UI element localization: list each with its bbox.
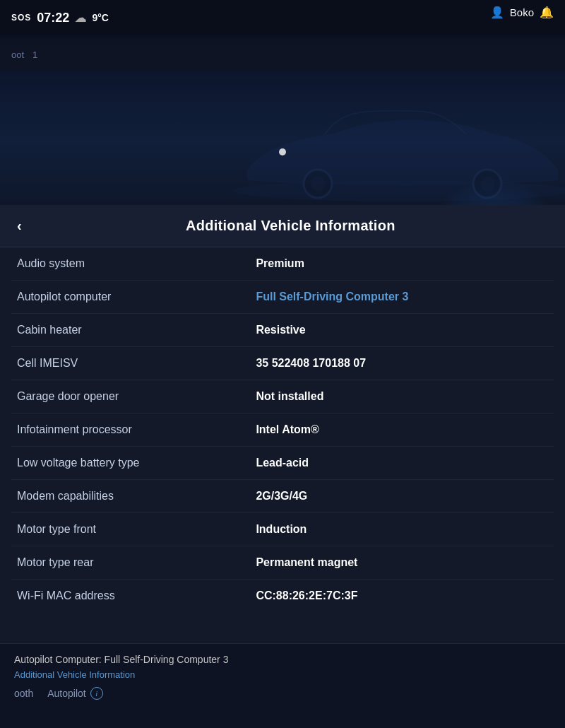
panel-header: ‹ Additional Vehicle Information xyxy=(0,205,565,247)
table-row: Wi-Fi MAC address CC:88:26:2E:7C:3F xyxy=(11,580,554,612)
time-display: 07:22 xyxy=(37,11,69,25)
row-label-cell: Cell IMEISV xyxy=(17,357,256,370)
table-row: Autopilot computer Full Self-Driving Com… xyxy=(11,281,554,314)
row-label-wifi: Wi-Fi MAC address xyxy=(17,589,256,602)
table-row: Infotainment processor Intel Atom® xyxy=(11,413,554,447)
nav-item-1: oot xyxy=(11,49,24,60)
table-row: Motor type rear Permanent magnet xyxy=(11,546,554,580)
info-table: Audio system Premium Autopilot computer … xyxy=(0,247,565,612)
panel-title: Additional Vehicle Information xyxy=(33,218,548,234)
table-row: Garage door opener Not installed xyxy=(11,380,554,413)
bottom-nav-item-1[interactable]: ooth xyxy=(14,688,33,699)
bottom-bar: Autopilot Computer: Full Self-Driving Co… xyxy=(0,643,565,728)
bottom-nav: ooth Autopilot i xyxy=(0,681,565,705)
status-left: SOS 07:22 ☁ 9°C xyxy=(11,11,109,25)
user-name: Boko xyxy=(510,6,534,18)
temperature-display: 9°C xyxy=(92,12,109,23)
row-label-motor-front: Motor type front xyxy=(17,523,256,536)
row-label-modem: Modem capabilities xyxy=(17,490,256,503)
table-row: Low voltage battery type Lead-acid xyxy=(11,447,554,480)
row-value-audio: Premium xyxy=(256,257,548,270)
status-bar: SOS 07:22 ☁ 9°C 👤 Boko 🔔 xyxy=(0,0,565,35)
row-value-autopilot: Full Self-Driving Computer 3 xyxy=(256,290,548,303)
row-value-garage: Not installed xyxy=(256,390,548,403)
user-icon: 👤 xyxy=(490,6,504,19)
row-label-autopilot: Autopilot computer xyxy=(17,290,256,303)
row-value-motor-rear: Permanent magnet xyxy=(256,556,548,569)
table-row: Motor type front Induction xyxy=(11,513,554,546)
row-label-garage: Garage door opener xyxy=(17,390,256,403)
info-icon: i xyxy=(90,687,103,700)
row-label-audio: Audio system xyxy=(17,257,256,270)
status-right: 👤 Boko 🔔 xyxy=(490,6,554,19)
svg-point-3 xyxy=(311,177,325,191)
bottom-nav-item-2[interactable]: Autopilot i xyxy=(47,687,102,700)
row-value-motor-front: Induction xyxy=(256,523,548,536)
row-label-infotainment: Infotainment processor xyxy=(17,423,256,436)
table-row: Cell IMEISV 35 522408 170188 07 xyxy=(11,347,554,380)
row-value-cell: 35 522408 170188 07 xyxy=(256,357,548,370)
row-value-wifi: CC:88:26:2E:7C:3F xyxy=(256,589,548,602)
car-silhouette xyxy=(226,99,565,212)
cloud-icon: ☁ xyxy=(75,11,86,25)
row-value-cabin: Resistive xyxy=(256,324,548,336)
dot-indicator xyxy=(279,148,286,155)
row-value-modem: 2G/3G/4G xyxy=(256,490,548,503)
table-row: Cabin heater Resistive xyxy=(11,314,554,347)
row-value-battery: Lead-acid xyxy=(256,457,548,469)
row-value-infotainment: Intel Atom® xyxy=(256,423,548,436)
bell-icon: 🔔 xyxy=(540,6,554,19)
bottom-link[interactable]: Additional Vehicle Information xyxy=(0,668,565,681)
bottom-info-text: Autopilot Computer: Full Self-Driving Co… xyxy=(0,644,565,668)
row-label-motor-rear: Motor type rear xyxy=(17,556,256,569)
row-label-cabin: Cabin heater xyxy=(17,324,256,336)
back-button[interactable]: ‹ xyxy=(17,218,22,234)
table-row: Audio system Premium xyxy=(11,247,554,281)
nav-item-2: 1 xyxy=(32,49,37,60)
bottom-nav-label-autopilot: Autopilot xyxy=(47,688,85,699)
row-label-battery: Low voltage battery type xyxy=(17,457,256,469)
svg-point-4 xyxy=(480,177,494,191)
sos-badge: SOS xyxy=(11,13,31,23)
table-row: Modem capabilities 2G/3G/4G xyxy=(11,480,554,513)
nav-bar: oot 1 xyxy=(0,39,565,71)
